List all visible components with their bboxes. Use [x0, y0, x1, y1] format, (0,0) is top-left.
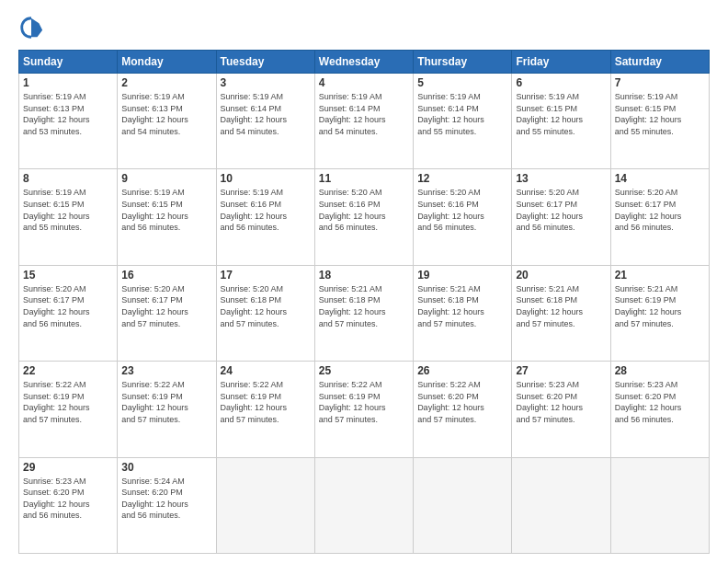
empty-cell	[216, 457, 314, 553]
day-number: 30	[121, 461, 211, 474]
day-number: 10	[221, 172, 311, 185]
day-cell-10: 10Sunrise: 5:19 AMSunset: 6:16 PMDayligh…	[216, 169, 314, 265]
day-info: Sunrise: 5:20 AMSunset: 6:17 PMDaylight:…	[516, 188, 583, 232]
day-number: 16	[121, 269, 211, 282]
day-cell-9: 9Sunrise: 5:19 AMSunset: 6:15 PMDaylight…	[118, 169, 216, 265]
day-number: 22	[23, 364, 113, 377]
day-cell-1: 1Sunrise: 5:19 AMSunset: 6:13 PMDaylight…	[19, 74, 118, 169]
day-info: Sunrise: 5:22 AMSunset: 6:19 PMDaylight:…	[319, 380, 386, 424]
day-info: Sunrise: 5:19 AMSunset: 6:15 PMDaylight:…	[516, 92, 583, 136]
empty-cell	[414, 457, 512, 553]
day-cell-24: 24Sunrise: 5:22 AMSunset: 6:19 PMDayligh…	[216, 362, 314, 457]
day-cell-13: 13Sunrise: 5:20 AMSunset: 6:17 PMDayligh…	[512, 169, 610, 265]
page: SundayMondayTuesdayWednesdayThursdayFrid…	[0, 0, 728, 563]
day-info: Sunrise: 5:19 AMSunset: 6:14 PMDaylight:…	[417, 92, 484, 136]
day-cell-28: 28Sunrise: 5:23 AMSunset: 6:20 PMDayligh…	[610, 362, 709, 457]
day-cell-26: 26Sunrise: 5:22 AMSunset: 6:20 PMDayligh…	[414, 362, 512, 457]
day-cell-23: 23Sunrise: 5:22 AMSunset: 6:19 PMDayligh…	[118, 362, 216, 457]
day-info: Sunrise: 5:24 AMSunset: 6:20 PMDaylight:…	[121, 477, 188, 521]
day-info: Sunrise: 5:20 AMSunset: 6:17 PMDaylight:…	[23, 284, 90, 328]
logo	[18, 15, 48, 40]
day-info: Sunrise: 5:21 AMSunset: 6:18 PMDaylight:…	[417, 284, 484, 328]
day-cell-7: 7Sunrise: 5:19 AMSunset: 6:15 PMDaylight…	[610, 74, 709, 169]
day-number: 27	[516, 364, 606, 377]
day-number: 14	[615, 172, 705, 185]
empty-cell	[512, 457, 610, 553]
day-cell-3: 3Sunrise: 5:19 AMSunset: 6:14 PMDaylight…	[216, 74, 314, 169]
day-number: 7	[615, 76, 705, 89]
logo-icon	[18, 15, 44, 40]
day-info: Sunrise: 5:23 AMSunset: 6:20 PMDaylight:…	[615, 380, 682, 424]
day-cell-21: 21Sunrise: 5:21 AMSunset: 6:19 PMDayligh…	[610, 265, 709, 361]
day-info: Sunrise: 5:19 AMSunset: 6:14 PMDaylight:…	[319, 92, 386, 136]
day-number: 23	[121, 364, 211, 377]
day-info: Sunrise: 5:23 AMSunset: 6:20 PMDaylight:…	[23, 477, 90, 521]
calendar-row-1: 1Sunrise: 5:19 AMSunset: 6:13 PMDaylight…	[19, 74, 710, 169]
day-info: Sunrise: 5:19 AMSunset: 6:15 PMDaylight:…	[615, 92, 682, 136]
header-cell-sunday: Sunday	[19, 51, 118, 74]
header	[18, 15, 710, 40]
header-cell-wednesday: Wednesday	[314, 51, 413, 74]
day-number: 15	[23, 269, 113, 282]
day-info: Sunrise: 5:20 AMSunset: 6:17 PMDaylight:…	[615, 188, 682, 232]
day-info: Sunrise: 5:22 AMSunset: 6:20 PMDaylight:…	[417, 380, 484, 424]
day-cell-5: 5Sunrise: 5:19 AMSunset: 6:14 PMDaylight…	[414, 74, 512, 169]
header-cell-monday: Monday	[118, 51, 216, 74]
calendar-header: SundayMondayTuesdayWednesdayThursdayFrid…	[19, 51, 710, 74]
day-info: Sunrise: 5:19 AMSunset: 6:15 PMDaylight:…	[121, 188, 188, 232]
day-info: Sunrise: 5:19 AMSunset: 6:16 PMDaylight:…	[221, 188, 288, 232]
day-info: Sunrise: 5:22 AMSunset: 6:19 PMDaylight:…	[121, 380, 188, 424]
day-info: Sunrise: 5:22 AMSunset: 6:19 PMDaylight:…	[23, 380, 90, 424]
day-number: 13	[516, 172, 606, 185]
day-number: 20	[516, 269, 606, 282]
calendar-body: 1Sunrise: 5:19 AMSunset: 6:13 PMDaylight…	[19, 74, 710, 554]
header-row: SundayMondayTuesdayWednesdayThursdayFrid…	[19, 51, 710, 74]
header-cell-tuesday: Tuesday	[216, 51, 314, 74]
calendar-row-5: 29Sunrise: 5:23 AMSunset: 6:20 PMDayligh…	[19, 457, 710, 553]
header-cell-thursday: Thursday	[414, 51, 512, 74]
day-cell-18: 18Sunrise: 5:21 AMSunset: 6:18 PMDayligh…	[314, 265, 413, 361]
day-number: 9	[121, 172, 211, 185]
day-number: 18	[319, 269, 409, 282]
day-cell-19: 19Sunrise: 5:21 AMSunset: 6:18 PMDayligh…	[414, 265, 512, 361]
day-cell-17: 17Sunrise: 5:20 AMSunset: 6:18 PMDayligh…	[216, 265, 314, 361]
day-cell-22: 22Sunrise: 5:22 AMSunset: 6:19 PMDayligh…	[19, 362, 118, 457]
day-number: 28	[615, 364, 705, 377]
day-info: Sunrise: 5:21 AMSunset: 6:19 PMDaylight:…	[615, 284, 682, 328]
day-number: 12	[417, 172, 507, 185]
day-cell-12: 12Sunrise: 5:20 AMSunset: 6:16 PMDayligh…	[414, 169, 512, 265]
day-number: 5	[417, 76, 507, 89]
day-number: 25	[319, 364, 409, 377]
day-number: 26	[417, 364, 507, 377]
day-number: 21	[615, 269, 705, 282]
empty-cell	[610, 457, 709, 553]
calendar-row-2: 8Sunrise: 5:19 AMSunset: 6:15 PMDaylight…	[19, 169, 710, 265]
day-info: Sunrise: 5:20 AMSunset: 6:17 PMDaylight:…	[121, 284, 188, 328]
day-number: 2	[121, 76, 211, 89]
day-number: 4	[319, 76, 409, 89]
day-number: 3	[221, 76, 311, 89]
calendar-table: SundayMondayTuesdayWednesdayThursdayFrid…	[18, 50, 710, 554]
day-info: Sunrise: 5:23 AMSunset: 6:20 PMDaylight:…	[516, 380, 583, 424]
day-number: 29	[23, 461, 113, 474]
day-info: Sunrise: 5:21 AMSunset: 6:18 PMDaylight:…	[516, 284, 583, 328]
calendar-row-3: 15Sunrise: 5:20 AMSunset: 6:17 PMDayligh…	[19, 265, 710, 361]
header-cell-saturday: Saturday	[610, 51, 709, 74]
day-cell-4: 4Sunrise: 5:19 AMSunset: 6:14 PMDaylight…	[314, 74, 413, 169]
day-cell-25: 25Sunrise: 5:22 AMSunset: 6:19 PMDayligh…	[314, 362, 413, 457]
day-info: Sunrise: 5:22 AMSunset: 6:19 PMDaylight:…	[221, 380, 288, 424]
day-info: Sunrise: 5:19 AMSunset: 6:15 PMDaylight:…	[23, 188, 90, 232]
day-number: 24	[221, 364, 311, 377]
day-info: Sunrise: 5:19 AMSunset: 6:14 PMDaylight:…	[221, 92, 288, 136]
day-cell-30: 30Sunrise: 5:24 AMSunset: 6:20 PMDayligh…	[118, 457, 216, 553]
day-cell-29: 29Sunrise: 5:23 AMSunset: 6:20 PMDayligh…	[19, 457, 118, 553]
day-cell-16: 16Sunrise: 5:20 AMSunset: 6:17 PMDayligh…	[118, 265, 216, 361]
day-number: 17	[221, 269, 311, 282]
day-cell-15: 15Sunrise: 5:20 AMSunset: 6:17 PMDayligh…	[19, 265, 118, 361]
day-cell-6: 6Sunrise: 5:19 AMSunset: 6:15 PMDaylight…	[512, 74, 610, 169]
empty-cell	[314, 457, 413, 553]
calendar-row-4: 22Sunrise: 5:22 AMSunset: 6:19 PMDayligh…	[19, 362, 710, 457]
day-number: 6	[516, 76, 606, 89]
day-number: 11	[319, 172, 409, 185]
header-cell-friday: Friday	[512, 51, 610, 74]
